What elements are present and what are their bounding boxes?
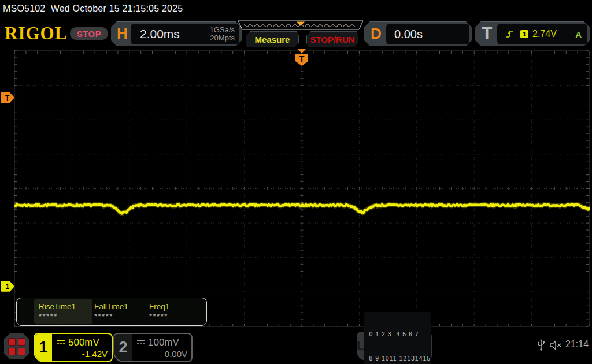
trigger-source: 1	[523, 31, 526, 38]
horizontal-label: H	[117, 25, 128, 43]
delay-settings-box[interactable]: D 0.00s	[364, 21, 472, 46]
rigol-logo: RIGOL	[5, 23, 67, 44]
measurement-value: *****	[149, 312, 169, 321]
channel1-scale: 500mV	[68, 337, 99, 348]
menu-grid-square	[8, 338, 16, 346]
measure-button-label: Measure	[255, 35, 290, 44]
trigger-inner: 1 2.74V A	[497, 24, 587, 44]
delay-value: 0.00s	[394, 28, 423, 41]
sample-rate: 1GSa/s	[210, 26, 235, 34]
channel1-ground-marker-icon[interactable]: 1	[1, 281, 14, 292]
menu-grid-icon[interactable]	[4, 333, 29, 359]
timebase-value: 2.00ms	[140, 27, 180, 41]
trigger-slope-icon	[505, 29, 515, 39]
delay-label: D	[371, 25, 382, 43]
channel1-offset: -1.42V	[57, 349, 108, 359]
channel1-number: 1	[35, 334, 52, 361]
logic-label: L	[357, 339, 364, 354]
titlebar: MSO5102 Wed October 15 21:15:05 2025	[3, 3, 183, 14]
datetime: Wed October 15 21:15:05 2025	[51, 3, 183, 13]
trigger-level-marker-icon[interactable]: T	[1, 92, 14, 103]
acquisition-status-label: STOP	[77, 29, 102, 39]
trigger-label: T	[482, 23, 492, 43]
horizontal-position-preview[interactable]	[237, 20, 364, 31]
channel2-scale: 100mV	[148, 337, 179, 348]
horizontal-inner: 2.00ms 1GSa/s 20Mpts	[131, 24, 239, 44]
trigger-settings-box[interactable]: T 1 2.74V A	[475, 21, 590, 46]
usb-icon	[536, 339, 546, 351]
menu-grid-square	[18, 348, 25, 355]
svg-text:T: T	[5, 94, 10, 102]
channel2-number: 2	[114, 334, 132, 361]
measurement-name: FallTime1	[94, 302, 128, 311]
dc-coupling-icon	[57, 339, 66, 346]
svg-text:1: 1	[6, 283, 10, 291]
channel1-box[interactable]: 1 500mV -1.42V	[34, 333, 113, 362]
channel2-box[interactable]: 2 100mV 0.00V	[113, 333, 193, 362]
titlebar-gap	[45, 3, 50, 13]
horizontal-settings-box[interactable]: H 2.00ms 1GSa/s 20Mpts	[111, 21, 242, 46]
logic-row-1: 0 1 2 3 4 5 6 7	[369, 330, 431, 338]
measurement-name: Freq1	[149, 302, 169, 311]
trigger-level-value: 2.74V	[532, 29, 557, 39]
trigger-mode: A	[575, 29, 582, 39]
channel2-offset: 0.00V	[136, 349, 187, 359]
clock: 21:14	[565, 339, 589, 350]
memory-depth: 20Mpts	[210, 34, 235, 42]
trigger-source-badge: 1	[520, 30, 528, 38]
logic-channel-list: 0 1 2 3 4 5 6 7 8 9 1011 12131415	[364, 312, 431, 364]
logic-channels-box[interactable]: L 0 1 2 3 4 5 6 7 8 9 1011 12131415	[357, 332, 432, 361]
measurement-name: RiseTime1	[39, 302, 76, 311]
menu-grid-square	[8, 348, 16, 355]
speaker-muted-icon	[549, 340, 563, 350]
measure-button[interactable]: Measure	[246, 31, 299, 47]
measurement-item: RiseTime1 *****	[39, 302, 76, 321]
stop-run-button[interactable]: STOP/RUN	[306, 31, 358, 47]
measurement-item: FallTime1 *****	[94, 302, 128, 321]
delay-inner: 0.00s	[386, 24, 469, 44]
channel1-content: 500mV -1.42V	[52, 334, 112, 361]
measurement-item: Freq1 *****	[149, 302, 169, 321]
model-name: MSO5102	[3, 3, 45, 13]
channel2-content: 100mV 0.00V	[132, 334, 191, 361]
acquisition-status-badge: STOP	[70, 27, 108, 40]
menu-grid-square	[18, 338, 25, 346]
measurement-value: *****	[39, 312, 76, 321]
dc-coupling-icon	[136, 339, 146, 346]
trigger-position-marker-icon[interactable]: T	[295, 49, 308, 66]
stop-run-button-label: STOP/RUN	[310, 35, 354, 44]
measurement-results-panel[interactable]: RiseTime1 ***** FallTime1 ***** Freq1 **…	[16, 298, 207, 326]
measurement-value: *****	[94, 312, 128, 321]
svg-text:T: T	[299, 54, 305, 64]
channel1-waveform-trace	[14, 205, 590, 214]
logic-row-2: 8 9 1011 12131415	[369, 354, 431, 362]
oscilloscope-screen: TT1 MSO5102 Wed October 15 21:15:05 2025…	[0, 0, 592, 364]
sample-rate-block: 1GSa/s 20Mpts	[210, 26, 235, 42]
